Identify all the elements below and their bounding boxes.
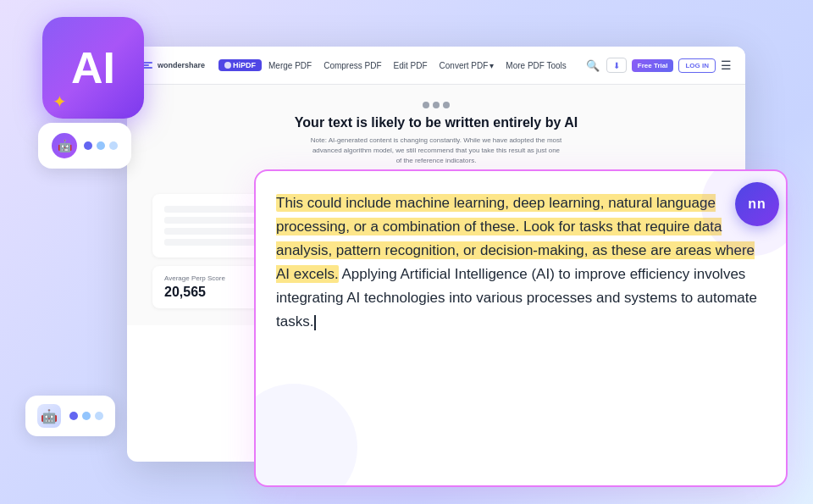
browser-nav: wondershare HiPDF Merge PDF Compress PDF… [127, 47, 745, 85]
nav-right: ⬇ Free Trial LOG IN ☰ [606, 58, 732, 73]
chat-bubble-ai: 🤖 [38, 123, 131, 169]
result-title: Your text is likely to be written entire… [152, 115, 720, 130]
result-subtitle: Note: AI-generated content is changing c… [309, 136, 563, 166]
robot-small-icon: 🤖 [37, 404, 61, 428]
chat-widget-small: 🤖 [25, 396, 115, 436]
hipdf-text: HiPDF [233, 61, 256, 69]
login-button[interactable]: LOG IN [678, 58, 716, 73]
chat-bot-icon: 🤖 [52, 133, 77, 158]
indicator-dot-2 [433, 102, 440, 108]
dot-s1 [69, 412, 78, 420]
typing-dots [84, 141, 118, 150]
search-icon[interactable]: 🔍 [586, 59, 600, 72]
free-trial-button[interactable]: Free Trial [632, 59, 674, 72]
dot-1 [84, 141, 92, 150]
nav-links: Merge PDF Compress PDF Edit PDF Convert … [268, 61, 579, 70]
hamburger-menu-icon[interactable]: ☰ [721, 58, 732, 72]
dot-s3 [95, 412, 103, 420]
hipdf-icon [224, 62, 231, 69]
chevron-down-icon: ▾ [489, 61, 494, 70]
deco-circle-2 [254, 384, 357, 487]
nav-merge-pdf[interactable]: Merge PDF [268, 61, 312, 70]
text-cursor [314, 315, 316, 330]
nav-more-tools[interactable]: More PDF Tools [506, 61, 567, 70]
avatar-circle: nn [735, 182, 779, 226]
hipdf-badge[interactable]: HiPDF [218, 59, 262, 71]
nav-compress-pdf[interactable]: Compress PDF [324, 61, 381, 70]
avatar-letters: nn [748, 197, 766, 212]
highlighted-sentence: This could include machine learning, dee… [276, 194, 755, 283]
ai-badge-text: AI [71, 46, 115, 90]
typing-dots-small [69, 412, 103, 420]
sparkle-icon: ✦ [53, 91, 67, 112]
result-icon [152, 102, 720, 108]
download-icon[interactable]: ⬇ [606, 58, 627, 73]
nav-logo: wondershare [141, 61, 205, 69]
dot-3 [109, 141, 118, 150]
highlight-card: This could include machine learning, dee… [254, 169, 788, 487]
ai-badge: AI ✦ [42, 17, 144, 119]
nav-convert-pdf[interactable]: Convert PDF ▾ [440, 61, 495, 70]
highlight-text: This could include machine learning, dee… [276, 191, 766, 334]
dots-indicator [423, 102, 450, 108]
indicator-dot-1 [423, 102, 429, 108]
nav-edit-pdf[interactable]: Edit PDF [394, 61, 428, 70]
wondershare-text: wondershare [158, 61, 205, 69]
indicator-dot-3 [443, 102, 450, 108]
dot-2 [97, 141, 105, 150]
dot-s2 [82, 412, 91, 420]
